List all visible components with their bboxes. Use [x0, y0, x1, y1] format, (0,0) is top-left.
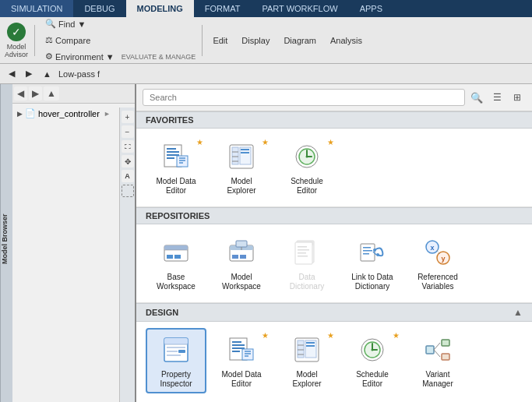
- mb-tools-bar: ◀ ▶ ▲: [12, 84, 135, 104]
- environment-icon: ⚙: [45, 51, 53, 62]
- rv-label: ReferencedVariables: [417, 273, 458, 291]
- nav-simulation[interactable]: SIMULATION: [0, 0, 73, 17]
- mb-nav-forward[interactable]: ▶: [29, 86, 42, 100]
- compare-button[interactable]: ⚖ Compare: [41, 33, 94, 48]
- main-toolbar: ✓ ModelAdvisor 🔍 Find ▼ ⚖ Compare ⚙ Envi…: [0, 17, 532, 64]
- star-icon-me[interactable]: ★: [327, 331, 334, 340]
- design-scroll-btn[interactable]: ▲: [513, 307, 523, 318]
- svg-rect-51: [164, 338, 188, 344]
- model-advisor-label: ModelAdvisor: [5, 43, 28, 58]
- gallery-item-schedule-editor-fav[interactable]: ★ ScheduleEditor: [277, 135, 337, 200]
- search-input[interactable]: [143, 89, 465, 106]
- mb-pan[interactable]: ✥: [122, 155, 134, 168]
- svg-rect-15: [241, 149, 249, 150]
- mw-label: ModelWorkspace: [222, 273, 261, 291]
- gallery-item-code-importer[interactable]: C++ { } CodeImporter: [342, 398, 403, 402]
- gallery-item-variant-manager[interactable]: VariantManager: [407, 328, 468, 393]
- environment-label: Environment: [55, 52, 104, 62]
- nav-forward-button[interactable]: ▶: [22, 67, 36, 80]
- svg-rect-79: [442, 354, 449, 360]
- breadcrumb-text: Low-pass f: [58, 69, 100, 79]
- find-button[interactable]: 🔍 Find ▼: [41, 16, 90, 31]
- nav-apps[interactable]: APPS: [349, 0, 393, 17]
- svg-rect-5: [177, 156, 188, 167]
- vm-label: VariantManager: [422, 370, 453, 389]
- mb-tree-arrow: ►: [104, 110, 111, 118]
- star-icon-mde[interactable]: ★: [262, 331, 269, 340]
- mb-fit[interactable]: ⛶: [122, 140, 134, 153]
- star-icon-fav-mde[interactable]: ★: [196, 138, 203, 146]
- schedule-editor-fav-icon: [290, 139, 324, 174]
- mb-marquee[interactable]: [122, 185, 134, 197]
- svg-rect-34: [298, 246, 307, 248]
- svg-rect-61: [232, 351, 240, 352]
- diagram-menu[interactable]: Diagram: [280, 34, 320, 48]
- mb-tree: ▶ 📄 hover_controller ►: [12, 104, 135, 123]
- main-layout: Model Browser ◀ ▶ ▲ ▶ 📄 hover_controller…: [0, 84, 532, 402]
- mde-label: Model DataEditor: [221, 370, 261, 389]
- nav-modeling[interactable]: MODELING: [126, 0, 194, 17]
- gallery-item-schedule-editor[interactable]: ★ ScheduleEditor: [342, 328, 403, 393]
- svg-rect-35: [298, 249, 309, 251]
- gallery-item-data-object-wizard[interactable]: Data ObjectWizard: [407, 398, 468, 402]
- mb-zoom-in[interactable]: +: [122, 111, 134, 123]
- mb-nav-up[interactable]: ▲: [44, 86, 59, 100]
- design-header: DESIGN ▲: [136, 303, 532, 322]
- gallery-item-model-explorer[interactable]: ★ ModelExplorer: [277, 328, 337, 393]
- gallery-item-simulation-custom-code[interactable]: </> C SimulationCustom Code: [277, 398, 337, 402]
- svg-rect-73: [306, 345, 315, 347]
- grid-view-button[interactable]: ⊞: [509, 89, 526, 106]
- gallery-item-property-inspector[interactable]: PropertyInspector: [146, 328, 206, 393]
- model-data-editor-fav-icon: [159, 139, 193, 174]
- ldd-svg: [358, 238, 387, 267]
- nav-format[interactable]: FORMAT: [194, 0, 252, 17]
- gallery-item-model-workspace[interactable]: ModelWorkspace: [211, 231, 272, 296]
- svg-text:y: y: [441, 255, 445, 263]
- display-menu[interactable]: Display: [238, 34, 273, 48]
- mb-zoom-out[interactable]: −: [122, 125, 134, 138]
- gallery-item-type-editor[interactable]: T TypeEditor: [146, 398, 206, 402]
- model-advisor-section: ✓ ModelAdvisor: [5, 23, 28, 58]
- nav-up-button[interactable]: ▲: [39, 68, 55, 80]
- mde-svg: [227, 335, 256, 365]
- svg-rect-58: [232, 341, 241, 343]
- gallery-item-model-data-editor-fav[interactable]: ★ Model: [146, 135, 206, 200]
- nav-debug[interactable]: DEBUG: [73, 0, 125, 17]
- svg-rect-21: [164, 245, 188, 250]
- mb-text[interactable]: A: [122, 170, 134, 182]
- env-arrow: ▼: [106, 52, 115, 62]
- diagram-label: Diagram: [284, 36, 316, 45]
- nav-part-workflow[interactable]: PART WORKFLOW: [251, 0, 348, 17]
- mb-tree-item-label: hover_controller: [38, 109, 100, 118]
- main-panel: 🔍 ☰ ⊞ FAVORITES ★: [136, 84, 532, 402]
- gallery-item-base-workspace[interactable]: BaseWorkspace: [146, 231, 206, 296]
- design-label: DESIGN: [146, 308, 178, 317]
- mb-nav-back[interactable]: ◀: [14, 86, 27, 100]
- analysis-menu[interactable]: Analysis: [326, 34, 366, 48]
- star-icon-fav-se[interactable]: ★: [327, 138, 334, 146]
- gallery-item-model-data-editor[interactable]: ★ Model: [211, 328, 272, 393]
- me-label: ModelExplorer: [292, 370, 321, 389]
- ldd-label: Link to DataDictionary: [351, 273, 393, 291]
- star-icon-se[interactable]: ★: [393, 331, 400, 340]
- svg-rect-41: [363, 253, 369, 255]
- analysis-label: Analysis: [330, 36, 362, 45]
- gallery-item-link-data-dictionary[interactable]: Link to DataDictionary: [342, 231, 403, 296]
- edit-label: Edit: [213, 36, 227, 45]
- model-browser-label[interactable]: Model Browser: [0, 84, 12, 402]
- gallery-item-lookup-table-editor[interactable]: LookupTable Editor: [211, 398, 272, 402]
- gallery-item-model-explorer-fav[interactable]: ★ ModelExplorer: [211, 135, 272, 200]
- search-button[interactable]: 🔍: [468, 89, 485, 106]
- star-icon-fav-me[interactable]: ★: [262, 138, 269, 146]
- environment-button[interactable]: ⚙ Environment ▼: [41, 49, 118, 64]
- se-fav-label: ScheduleEditor: [291, 177, 323, 196]
- list-view-button[interactable]: ☰: [488, 89, 506, 106]
- model-browser-content: ◀ ▶ ▲ ▶ 📄 hover_controller ► + − ⛶ ✥ A: [12, 84, 135, 402]
- referenced-variables-icon: x y: [421, 235, 455, 270]
- edit-menu[interactable]: Edit: [209, 34, 231, 48]
- mb-tree-item-hover-controller[interactable]: ▶ 📄 hover_controller ►: [16, 107, 132, 120]
- nav-back-button[interactable]: ◀: [5, 67, 19, 80]
- svg-rect-78: [442, 340, 449, 346]
- gallery-item-referenced-variables[interactable]: x y ReferencedVariables: [407, 231, 468, 296]
- vm-svg: [423, 335, 453, 365]
